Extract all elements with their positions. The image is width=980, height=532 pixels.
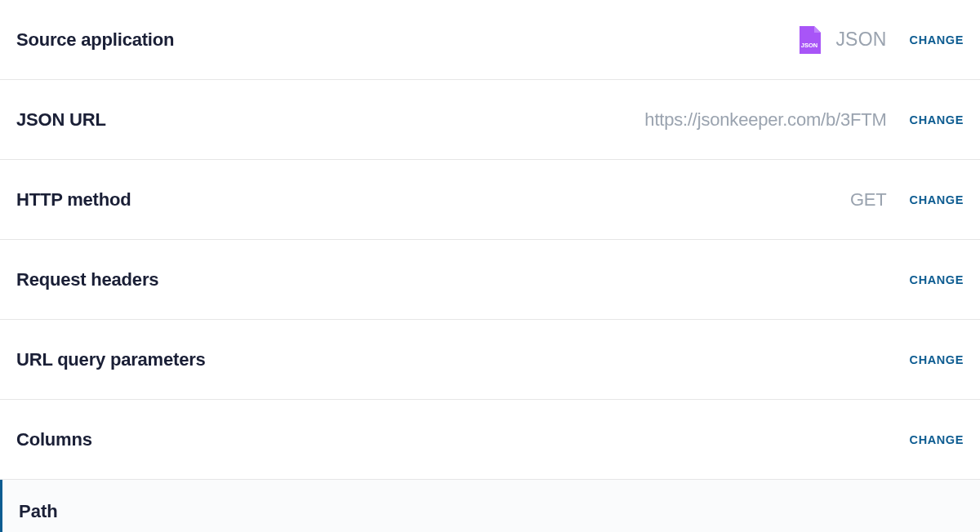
columns-label: Columns — [16, 429, 92, 450]
source-application-right: JSON JSON CHANGE — [798, 26, 964, 54]
svg-text:JSON: JSON — [801, 41, 817, 48]
url-query-parameters-row: URL query parameters CHANGE — [0, 320, 980, 400]
request-headers-right: CHANGE — [910, 273, 964, 286]
json-url-label: JSON URL — [16, 109, 106, 131]
request-headers-row: Request headers CHANGE — [0, 240, 980, 320]
path-row[interactable]: Path — [0, 480, 980, 532]
source-application-row: Source application JSON JSON CHANGE — [0, 0, 980, 80]
change-http-method-button[interactable]: CHANGE — [910, 193, 964, 206]
json-file-icon: JSON — [798, 26, 821, 54]
json-url-row: JSON URL https://jsonkeeper.com/b/3FTM C… — [0, 80, 980, 160]
http-method-label: HTTP method — [16, 189, 131, 211]
change-source-application-button[interactable]: CHANGE — [910, 33, 964, 47]
json-url-value: https://jsonkeeper.com/b/3FTM — [644, 109, 886, 131]
change-url-query-parameters-button[interactable]: CHANGE — [910, 353, 964, 366]
json-url-right: https://jsonkeeper.com/b/3FTM CHANGE — [644, 109, 964, 131]
url-query-parameters-label: URL query parameters — [16, 349, 206, 370]
request-headers-label: Request headers — [16, 269, 158, 290]
columns-row: Columns CHANGE — [0, 400, 980, 480]
change-request-headers-button[interactable]: CHANGE — [910, 273, 964, 286]
columns-right: CHANGE — [910, 433, 964, 446]
path-label: Path — [19, 501, 58, 522]
source-application-label: Source application — [16, 29, 174, 51]
url-query-parameters-right: CHANGE — [910, 353, 964, 366]
http-method-value: GET — [850, 189, 887, 211]
http-method-row: HTTP method GET CHANGE — [0, 160, 980, 240]
source-application-value-group: JSON JSON — [798, 26, 886, 54]
change-json-url-button[interactable]: CHANGE — [910, 113, 964, 126]
source-application-value: JSON — [835, 29, 886, 51]
change-columns-button[interactable]: CHANGE — [910, 433, 964, 446]
http-method-right: GET CHANGE — [850, 189, 964, 211]
